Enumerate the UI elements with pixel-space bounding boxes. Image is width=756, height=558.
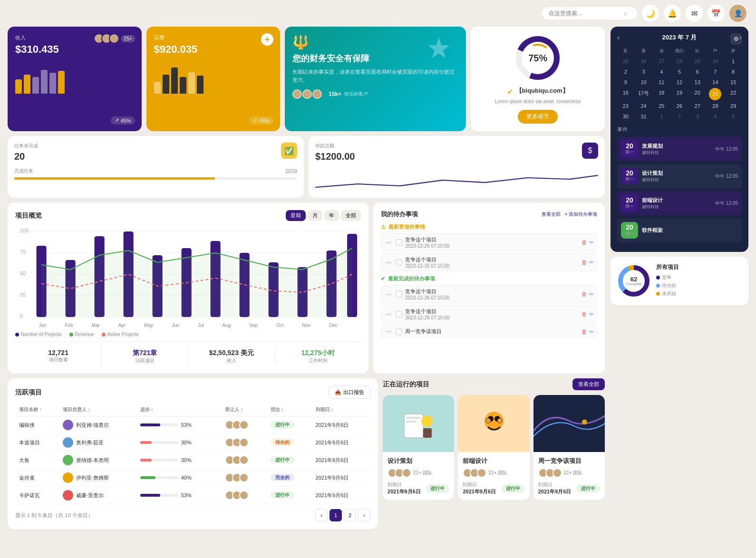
calendar-day[interactable]: 6 xyxy=(689,67,706,77)
project-card-body: 设计策划 21+ 团队 到 xyxy=(383,452,454,500)
view-all-link[interactable]: 查看全部 xyxy=(542,211,561,218)
edit-icon[interactable]: ✏ xyxy=(589,311,594,317)
calendar-day[interactable]: 7 xyxy=(707,67,724,77)
delete-icon[interactable]: 🗑 xyxy=(582,328,587,335)
calendar-day[interactable]: 2 xyxy=(671,112,688,121)
drag-handle[interactable] xyxy=(384,314,393,315)
calendar-day[interactable]: 4 xyxy=(707,112,724,121)
bell-icon[interactable]: 🔔 xyxy=(664,5,681,22)
delete-icon[interactable]: 🗑 xyxy=(582,291,587,298)
calendar-day[interactable]: 20 xyxy=(689,88,706,100)
calendar-day[interactable]: 27 xyxy=(689,101,706,111)
drag-handle[interactable] xyxy=(384,262,393,263)
events-title: 事件 xyxy=(617,126,742,133)
calendar-day[interactable]: 25 xyxy=(653,101,670,111)
calendar-day[interactable]: 29 xyxy=(689,57,706,66)
edit-icon[interactable]: ✏ xyxy=(589,259,594,266)
tab-all[interactable]: 全部 xyxy=(341,210,361,221)
project-card-image xyxy=(458,395,529,452)
calendar-day[interactable]: 22 xyxy=(725,88,742,100)
running-header: 正在运行的项目 查看全部 xyxy=(383,378,605,390)
edit-icon[interactable]: ✏ xyxy=(589,291,594,298)
drag-handle[interactable] xyxy=(384,331,393,332)
calendar-day[interactable]: 8 xyxy=(725,67,742,77)
delete-icon[interactable]: 🗑 xyxy=(582,239,587,246)
todo-checkbox[interactable] xyxy=(396,291,402,298)
calendar-day[interactable]: 18 xyxy=(653,88,670,100)
calendar-day[interactable]: 1 xyxy=(725,57,742,66)
svg-text:25: 25 xyxy=(19,292,26,298)
add-expense-button[interactable]: + xyxy=(261,33,273,46)
calendar-day[interactable]: 5 xyxy=(671,67,688,77)
calendar-day[interactable]: 15 xyxy=(725,77,742,87)
user-avatar[interactable]: 👤 xyxy=(729,5,746,22)
view-all-button[interactable]: 查看全部 xyxy=(572,378,605,390)
calendar-today[interactable]: 21 xyxy=(709,88,721,100)
calendar-day[interactable]: 3 xyxy=(635,67,652,77)
chart-area: 100 75 50 25 0 xyxy=(15,227,361,322)
calendar-day[interactable]: 17号 xyxy=(635,88,652,100)
calendar-day[interactable]: 25 xyxy=(617,57,634,66)
prev-page-button[interactable]: ‹ xyxy=(315,509,328,521)
calendar-day[interactable]: 1 xyxy=(653,112,670,121)
export-button[interactable]: 📤 出口报告 xyxy=(329,386,370,399)
calendar-day[interactable]: 19 xyxy=(671,88,688,100)
todo-checkbox[interactable] xyxy=(396,328,402,335)
calendar-day[interactable]: 28 xyxy=(671,57,688,66)
calendar-day[interactable]: 3 xyxy=(689,112,706,121)
calendar-day[interactable]: 26 xyxy=(635,57,652,66)
calendar-day[interactable]: 29 xyxy=(725,101,742,111)
calendar-icon[interactable]: 📅 xyxy=(708,5,725,22)
todo-checkbox[interactable] xyxy=(396,239,402,246)
calendar-day[interactable]: 27 xyxy=(653,57,670,66)
calendar-day[interactable]: 10 xyxy=(635,77,652,87)
calendar-day[interactable]: 5 xyxy=(725,112,742,121)
calendar-day[interactable]: 4 xyxy=(653,67,670,77)
calendar-day[interactable]: 9 xyxy=(617,77,634,87)
page-2-button[interactable]: 2 xyxy=(344,509,356,521)
legend-label: 未开始 xyxy=(662,290,676,297)
calendar-settings-button[interactable]: ⚙ xyxy=(730,33,742,45)
edit-icon[interactable]: ✏ xyxy=(589,239,594,246)
day-header: 我们 xyxy=(671,47,688,56)
calendar-day[interactable]: 2 xyxy=(617,67,634,77)
next-page-button[interactable]: › xyxy=(358,509,370,521)
edit-icon[interactable]: ✏ xyxy=(589,328,594,335)
search-box[interactable]: ⌕ xyxy=(542,7,637,19)
calendar-day[interactable]: 11 xyxy=(653,77,670,87)
tab-week[interactable]: 星期 xyxy=(286,210,306,221)
search-input[interactable] xyxy=(549,10,620,17)
calendar-day[interactable]: 13 xyxy=(689,77,706,87)
bar xyxy=(15,79,22,94)
content-area: 收入 $310.435 25+ ↗ xyxy=(8,27,605,529)
delete-icon[interactable]: 🗑 xyxy=(582,259,587,266)
moon-icon[interactable]: 🌙 xyxy=(642,5,659,22)
calendar-day[interactable]: 16 xyxy=(617,88,634,100)
tab-month[interactable]: 月 xyxy=(308,210,322,221)
drag-handle[interactable] xyxy=(384,294,393,295)
calendar-day[interactable]: 23 xyxy=(617,101,634,111)
more-details-button[interactable]: 更多细节 xyxy=(518,110,558,124)
calendar-day[interactable]: 30 xyxy=(617,112,634,121)
calendar-day[interactable]: 12 xyxy=(671,77,688,87)
mail-icon[interactable]: ✉ xyxy=(686,5,703,22)
prev-month-button[interactable]: ‹ xyxy=(617,33,620,42)
tab-year[interactable]: 年 xyxy=(324,210,339,221)
drag-handle[interactable] xyxy=(384,242,393,243)
savings-card: 存款总额 $1200.00 $ xyxy=(309,136,605,198)
calendar-day[interactable]: 14 xyxy=(707,77,724,87)
todo-checkbox[interactable] xyxy=(396,259,402,266)
expense-card: 花费 $920.035 + ↗ 45% xyxy=(146,27,281,131)
active-projects-title: 活跃项目 xyxy=(15,388,42,397)
revenue-card: 收入 $310.435 25+ ↗ xyxy=(8,27,142,131)
calendar-day[interactable]: 24 xyxy=(635,101,652,111)
todo-checkbox[interactable] xyxy=(396,311,402,317)
page-1-button[interactable]: 1 xyxy=(330,509,342,521)
calendar-day[interactable]: 28 xyxy=(707,101,724,111)
month-label: May xyxy=(144,323,153,328)
delete-icon[interactable]: 🗑 xyxy=(582,311,587,317)
calendar-day[interactable]: 30 xyxy=(707,57,724,66)
add-todo-link[interactable]: + 添加待办事项 xyxy=(564,211,597,218)
calendar-day[interactable]: 26 xyxy=(671,101,688,111)
calendar-day[interactable]: 31 xyxy=(635,112,652,121)
